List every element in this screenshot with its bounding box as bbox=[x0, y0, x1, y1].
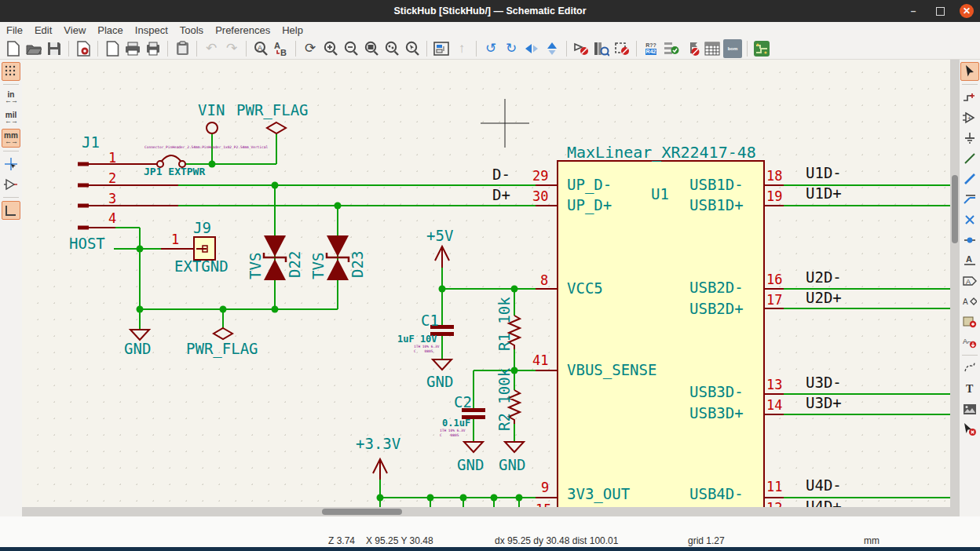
menu-tools[interactable]: Tools bbox=[178, 23, 212, 38]
global-label-tool[interactable]: A bbox=[960, 272, 979, 290]
units-mm-button[interactable]: mm←→ bbox=[2, 129, 20, 148]
units-inches-button[interactable]: in←→ bbox=[2, 88, 20, 107]
menu-view[interactable]: View bbox=[62, 23, 94, 38]
menu-help[interactable]: Help bbox=[280, 23, 312, 38]
net-label-u2d-minus: U2D- bbox=[806, 270, 842, 285]
schematic-canvas[interactable]: J1JP1 EXTPWRConnector_PinHeader_2.54mm:P… bbox=[22, 60, 950, 507]
open-pcb-editor-button[interactable] bbox=[752, 39, 771, 58]
hierarchical-label-tool[interactable]: A bbox=[960, 292, 979, 311]
place-symbol-tool[interactable]: + bbox=[960, 108, 979, 127]
grid-toggle-button[interactable] bbox=[2, 62, 20, 81]
tvs-diode-d23[interactable] bbox=[327, 235, 349, 280]
hierarchical-sheet-tool[interactable] bbox=[960, 312, 979, 331]
refresh-button[interactable]: ⟳ bbox=[301, 39, 320, 58]
undo-button[interactable]: ↶ bbox=[202, 39, 221, 58]
pin-number-17: 17 bbox=[766, 294, 782, 307]
titlebar[interactable]: StickHub [StickHub/] — Schematic Editor … bbox=[0, 0, 980, 22]
zoom-selection-button[interactable] bbox=[403, 39, 422, 58]
vin-power-symbol[interactable] bbox=[207, 122, 218, 133]
fields-table-button[interactable] bbox=[703, 39, 722, 58]
left-toolbar: in←→ mil←→ mm←→ bbox=[0, 60, 22, 516]
hierarchy-navigator-button[interactable] bbox=[432, 39, 451, 58]
horizontal-scrollbar[interactable] bbox=[22, 507, 950, 516]
menu-file[interactable]: File bbox=[5, 23, 31, 38]
power-label-gnd-c1: GND bbox=[426, 374, 453, 389]
leave-sheet-button[interactable]: ↑ bbox=[452, 39, 471, 58]
junction-tool[interactable] bbox=[960, 231, 979, 250]
text-tool[interactable]: T bbox=[960, 379, 979, 398]
cursor-shape-button[interactable] bbox=[2, 155, 20, 173]
zoom-objects-button[interactable] bbox=[382, 39, 401, 58]
main-toolbar: ↶ ↷ A AB ⟳ ↑ ↺ ↻ R??R42 bom bbox=[0, 38, 980, 60]
new-schematic-button[interactable] bbox=[4, 39, 23, 58]
pin-number-8: 8 bbox=[540, 274, 548, 287]
net-label-tool[interactable]: A bbox=[960, 251, 979, 270]
page-settings-button[interactable] bbox=[103, 39, 122, 58]
horizontal-scrollbar-thumb[interactable] bbox=[322, 509, 402, 515]
update-symbols-button[interactable] bbox=[612, 39, 631, 58]
rotate-ccw-button[interactable]: ↺ bbox=[481, 39, 500, 58]
graphic-lines-tool[interactable] bbox=[960, 359, 979, 378]
mirror-vertical-button[interactable] bbox=[522, 39, 541, 58]
close-button[interactable]: ✕ bbox=[960, 4, 974, 18]
pin-name-vbus-sense: VBUS_SENSE bbox=[567, 363, 656, 378]
maximize-button[interactable] bbox=[933, 4, 947, 18]
svg-text:A: A bbox=[966, 254, 972, 264]
pin-number-j9-1: 1 bbox=[171, 233, 179, 246]
vertical-scrollbar-thumb[interactable] bbox=[952, 175, 958, 243]
net-label-d-plus: D+ bbox=[492, 188, 510, 203]
bus-entry-tool[interactable] bbox=[960, 190, 979, 209]
highlight-net-tool[interactable] bbox=[960, 88, 979, 107]
tvs-diode-d22[interactable] bbox=[264, 235, 286, 280]
select-tool[interactable] bbox=[960, 62, 979, 81]
delete-tool[interactable] bbox=[960, 420, 979, 439]
pwr-flag-symbol-1[interactable] bbox=[267, 122, 286, 133]
ref-value-r2: R2 100k bbox=[497, 368, 512, 431]
pin-number-41: 41 bbox=[532, 354, 548, 367]
redo-button[interactable]: ↷ bbox=[222, 39, 241, 58]
zoom-in-button[interactable] bbox=[321, 39, 340, 58]
vertical-scrollbar[interactable] bbox=[950, 60, 960, 516]
place-power-tool[interactable] bbox=[960, 129, 979, 148]
status-position: X 95.25 Y 30.48 bbox=[366, 535, 433, 546]
edit-symbols-button[interactable] bbox=[572, 39, 591, 58]
orthogonal-drawing-button[interactable] bbox=[2, 201, 20, 220]
schematic-setup-button[interactable] bbox=[74, 39, 93, 58]
bus-tool[interactable] bbox=[960, 170, 979, 188]
erc-button[interactable] bbox=[662, 39, 681, 58]
save-button[interactable] bbox=[45, 39, 64, 58]
annotate-button[interactable]: R??R42 bbox=[642, 39, 660, 58]
menu-place[interactable]: Place bbox=[96, 23, 132, 38]
mirror-horizontal-button[interactable] bbox=[543, 39, 561, 58]
net-label-u1d-plus: U1D+ bbox=[806, 186, 842, 201]
image-tool[interactable] bbox=[960, 400, 979, 418]
hidden-pins-button[interactable] bbox=[2, 175, 20, 194]
menu-edit[interactable]: Edit bbox=[33, 23, 60, 38]
no-connect-tool[interactable] bbox=[960, 210, 979, 229]
menu-inspect[interactable]: Inspect bbox=[133, 23, 177, 38]
units-mils-button[interactable]: mil←→ bbox=[2, 108, 20, 127]
pwr-flag-symbol-2[interactable] bbox=[214, 328, 232, 339]
erc-flags-button[interactable] bbox=[682, 39, 701, 58]
ref-jp1: JP1 EXTPWR bbox=[144, 166, 205, 177]
find-button[interactable]: A bbox=[251, 39, 270, 58]
open-schematic-button[interactable] bbox=[24, 39, 43, 58]
minimize-button[interactable]: – bbox=[906, 4, 920, 18]
browse-libraries-button[interactable] bbox=[592, 39, 611, 58]
pin-number-29: 29 bbox=[532, 170, 548, 183]
pin-name-usb4d-minus: USB4D- bbox=[689, 487, 744, 502]
status-bar: Z 3.74 X 95.25 Y 30.48 dx 95.25 dy 30.48… bbox=[0, 516, 980, 547]
print-button[interactable] bbox=[123, 39, 142, 58]
wire-tool[interactable] bbox=[960, 149, 979, 168]
zoom-out-button[interactable] bbox=[342, 39, 360, 58]
find-replace-button[interactable]: AB bbox=[272, 39, 291, 58]
sheet-pin-tool[interactable]: A⌐ bbox=[960, 333, 979, 352]
bom-button[interactable]: bom bbox=[723, 39, 742, 58]
net-label-u1d-minus: U1D- bbox=[806, 166, 842, 181]
menu-preferences[interactable]: Preferences bbox=[214, 23, 279, 38]
paste-button[interactable] bbox=[173, 39, 192, 58]
plot-button[interactable] bbox=[144, 39, 163, 58]
rotate-cw-button[interactable]: ↻ bbox=[502, 39, 521, 58]
zoom-fit-button[interactable] bbox=[362, 39, 381, 58]
ref-d22: D22 bbox=[287, 251, 302, 278]
